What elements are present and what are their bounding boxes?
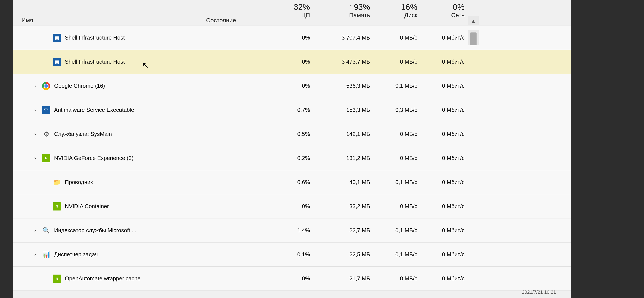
process-disk: 0,1 МБ/с	[374, 179, 421, 186]
folder-icon: 📁	[53, 178, 61, 186]
process-name-label: Shell Infrastructure Host	[65, 59, 125, 65]
taskmgr-icon: 📊	[42, 250, 50, 259]
process-name-label: Диспетчер задач	[54, 251, 98, 258]
process-name-label: Проводник	[65, 179, 93, 186]
process-table: ▣ Shell Infrastructure Host 0% 3 707,4 М…	[13, 26, 571, 291]
process-row[interactable]: › ⚙ Служба узла: SysMain 0,5% 142,1 МБ 0…	[13, 122, 571, 146]
process-network: 0 Мбит/с	[421, 59, 468, 65]
chrome-icon	[42, 82, 50, 90]
process-name: 📁 Проводник	[13, 178, 206, 186]
col-header-name[interactable]: Имя	[13, 1, 206, 25]
process-network: 0 Мбит/с	[421, 107, 468, 113]
process-disk: 0 МБ/с	[374, 34, 421, 41]
process-disk: 0 МБ/с	[374, 59, 421, 65]
scrollbar-header: ▲	[468, 16, 479, 25]
process-name: ▣ Shell Infrastructure Host	[13, 34, 206, 42]
memory-sort-chevron[interactable]: ˅	[350, 4, 352, 10]
process-name-label: OpenAutomate wrapper cache	[65, 275, 140, 282]
process-cpu: 0%	[266, 275, 314, 282]
process-name: › 🛡 Antimalware Service Executable	[13, 106, 206, 114]
process-memory: 3 707,4 МБ	[314, 34, 374, 41]
process-cpu: 0,1%	[266, 251, 314, 258]
process-memory: 22,7 МБ	[314, 227, 374, 234]
process-name-label: NVIDIA GeForce Experience (3)	[54, 155, 134, 162]
process-disk: 0 МБ/с	[374, 275, 421, 282]
col-header-memory[interactable]: ˅ 93% Память	[314, 1, 374, 25]
process-memory: 142,1 МБ	[314, 131, 374, 137]
process-memory: 3 473,7 МБ	[314, 59, 374, 65]
process-row[interactable]: › N NVIDIA GeForce Experience (3) 0,2% 1…	[13, 146, 571, 170]
process-disk: 0,3 МБ/с	[374, 107, 421, 113]
expand-arrow[interactable]: ›	[32, 83, 38, 89]
process-network: 0 Мбит/с	[421, 34, 468, 41]
shield-icon: 🛡	[42, 106, 50, 114]
scrollbar-thumb[interactable]	[470, 33, 476, 45]
process-row[interactable]: 📁 Проводник 0,6% 40,1 МБ 0,1 МБ/с 0 Мбит…	[13, 170, 571, 194]
expand-arrow[interactable]: ›	[32, 228, 38, 233]
gear-icon: ⚙	[42, 130, 50, 138]
process-row[interactable]: › 🛡 Antimalware Service Executable 0,7% …	[13, 98, 571, 122]
process-cpu: 0%	[266, 203, 314, 210]
process-name: N NVIDIA Container	[13, 202, 206, 211]
nvidia-icon: N	[53, 202, 61, 211]
process-cpu: 1,4%	[266, 227, 314, 234]
process-network: 0 Мбит/с	[421, 83, 468, 89]
process-name: › Google Chrome (16)	[13, 82, 206, 90]
process-name-label: NVIDIA Container	[65, 203, 109, 210]
process-disk: 0 МБ/с	[374, 131, 421, 137]
process-memory: 22,5 МБ	[314, 251, 374, 258]
process-cpu: 0,2%	[266, 155, 314, 162]
process-disk: 0,1 МБ/с	[374, 83, 421, 89]
process-memory: 536,3 МБ	[314, 83, 374, 89]
process-network: 0 Мбит/с	[421, 155, 468, 162]
expand-arrow[interactable]: ›	[32, 107, 38, 113]
process-network: 0 Мбит/с	[421, 179, 468, 186]
process-name: › N NVIDIA GeForce Experience (3)	[13, 154, 206, 162]
process-name-label: Служба узла: SysMain	[54, 131, 112, 137]
process-memory: 33,2 МБ	[314, 203, 374, 210]
process-memory: 40,1 МБ	[314, 179, 374, 186]
shell-icon: ▣	[53, 34, 61, 42]
process-memory: 153,3 МБ	[314, 107, 374, 113]
process-row[interactable]: N OpenAutomate wrapper cache 0% 21,7 МБ …	[13, 267, 571, 291]
scroll-arrow-up[interactable]: ▲	[470, 18, 476, 25]
process-name-label: Google Chrome (16)	[54, 83, 105, 89]
process-row[interactable]: ▣ Shell Infrastructure Host 0% 3 707,4 М…	[13, 26, 571, 50]
process-name: › 🔍 Индексатор службы Microsoft ...	[13, 226, 206, 235]
process-row[interactable]: ▣ Shell Infrastructure Host 0% 3 473,7 М…	[13, 50, 571, 74]
process-name-label: Индексатор службы Microsoft ...	[54, 227, 136, 234]
process-row[interactable]: › 📊 Диспетчер задач 0,1% 22,5 МБ 0,1 МБ/…	[13, 242, 571, 267]
process-memory: 131,2 МБ	[314, 155, 374, 162]
col-header-disk[interactable]: 16% Диск	[374, 1, 421, 25]
process-row[interactable]: › Google Chrome (16) 0% 536,3 МБ 0,1 МБ/…	[13, 74, 571, 98]
process-row[interactable]: N NVIDIA Container 0% 33,2 МБ 0 МБ/с 0 М…	[13, 194, 571, 218]
process-disk: 0 МБ/с	[374, 155, 421, 162]
process-memory: 21,7 МБ	[314, 275, 374, 282]
nvidia-icon: N	[53, 274, 61, 283]
process-network: 0 Мбит/с	[421, 131, 468, 137]
process-row[interactable]: › 🔍 Индексатор службы Microsoft ... 1,4%…	[13, 218, 571, 242]
datetime-display: 2021/7/21 10:21	[522, 289, 556, 295]
process-name-label: Shell Infrastructure Host	[65, 34, 125, 41]
nvidia-icon: N	[42, 154, 50, 162]
expand-arrow[interactable]: ›	[32, 131, 38, 137]
process-cpu: 0,5%	[266, 131, 314, 137]
col-header-status[interactable]: Состояние	[206, 17, 266, 25]
process-disk: 0 МБ/с	[374, 203, 421, 210]
process-cpu: 0%	[266, 59, 314, 65]
indexer-icon: 🔍	[42, 226, 50, 235]
process-network: 0 Мбит/с	[421, 227, 468, 234]
process-network: 0 Мбит/с	[421, 203, 468, 210]
expand-arrow[interactable]: ›	[32, 156, 38, 161]
process-disk: 0,1 МБ/с	[374, 251, 421, 258]
process-network: 0 Мбит/с	[421, 251, 468, 258]
scrollbar-row	[468, 30, 479, 45]
process-cpu: 0,6%	[266, 179, 314, 186]
col-header-network[interactable]: 0% Сеть	[421, 1, 468, 25]
shell-icon: ▣	[53, 58, 61, 66]
process-network: 0 Мбит/с	[421, 275, 468, 282]
expand-arrow[interactable]: ›	[32, 252, 38, 257]
process-cpu: 0,7%	[266, 107, 314, 113]
col-header-cpu[interactable]: 32% ЦП	[266, 1, 314, 25]
process-name: › 📊 Диспетчер задач	[13, 250, 206, 259]
